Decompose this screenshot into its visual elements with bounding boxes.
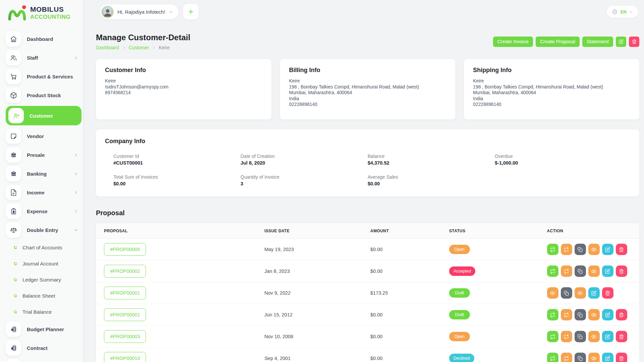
chevron-right-icon bbox=[74, 172, 78, 176]
language-selector[interactable]: EN bbox=[607, 6, 638, 18]
sidebar-item-vendor[interactable]: Vendor bbox=[0, 127, 83, 145]
edit-icon bbox=[605, 334, 610, 339]
trash-icon bbox=[619, 247, 624, 252]
sidebar-subitem-balance-sheet[interactable]: Balance Sheet bbox=[0, 288, 83, 304]
trash-icon bbox=[619, 269, 624, 274]
convert-button[interactable] bbox=[547, 353, 558, 362]
delete-customer-button[interactable] bbox=[629, 37, 639, 47]
sidebar-subitem-ledger-summary[interactable]: Ledger Summary bbox=[0, 272, 83, 288]
proposal-link[interactable]: #PROP00002 bbox=[104, 265, 146, 278]
edit-customer-button[interactable] bbox=[616, 37, 626, 47]
delete-button[interactable] bbox=[616, 309, 627, 320]
sidebar-item-contract[interactable]: Contract bbox=[0, 339, 83, 357]
edit-button[interactable] bbox=[602, 244, 613, 255]
sidebar-item-double-entry[interactable]: Double Entry bbox=[0, 221, 83, 239]
convert-button[interactable] bbox=[547, 265, 558, 277]
sidebar-subitem-trial-balance[interactable]: Trial Balance bbox=[0, 304, 83, 320]
proposal-link[interactable]: #PROP00001 bbox=[104, 287, 146, 299]
edit-button[interactable] bbox=[602, 265, 613, 277]
user-menu[interactable]: Hi, Rajodiya Infotech! bbox=[99, 4, 179, 19]
chevron-right-icon bbox=[74, 190, 78, 195]
view-button[interactable] bbox=[547, 287, 558, 299]
eye-icon bbox=[591, 269, 596, 274]
proposal-link[interactable]: #PROP00003 bbox=[104, 330, 146, 343]
convert-alt-button[interactable] bbox=[561, 331, 572, 342]
issue-date-cell: Nov 9, 2022 bbox=[264, 290, 370, 296]
delete-button[interactable] bbox=[616, 353, 627, 362]
duplicate-button[interactable] bbox=[575, 309, 586, 320]
sidebar-item-product-stock[interactable]: Product Stock bbox=[0, 86, 83, 105]
convert-alt-button[interactable] bbox=[561, 244, 572, 255]
delete-button[interactable] bbox=[616, 331, 627, 342]
proposal-link[interactable]: #PROP00001 bbox=[104, 308, 146, 321]
sidebar-item-expense[interactable]: Expense bbox=[0, 202, 83, 221]
view-button[interactable] bbox=[588, 331, 600, 342]
breadcrumb-dashboard[interactable]: Dashboard bbox=[96, 45, 119, 50]
proposal-table: PROPOSAL ISSUE DATE AMOUNT STATUS ACTION… bbox=[96, 223, 639, 362]
convert-alt-button[interactable] bbox=[561, 309, 572, 320]
sidebar-item-budget-planner[interactable]: Budget Planner bbox=[0, 320, 83, 339]
convert-alt-button[interactable] bbox=[561, 265, 572, 277]
page-content: Manage Customer-Detail Dashboard Custome… bbox=[83, 33, 644, 362]
convert-alt-button[interactable] bbox=[561, 353, 572, 362]
edit-button[interactable] bbox=[602, 331, 613, 342]
coins-icon bbox=[10, 345, 17, 352]
convert-button[interactable] bbox=[547, 331, 558, 342]
breadcrumb: Dashboard Customer Keire bbox=[96, 45, 190, 50]
delete-button[interactable] bbox=[602, 287, 613, 299]
field-balance: Balance $4,370.52 bbox=[368, 154, 495, 166]
convert-button[interactable] bbox=[547, 244, 558, 255]
sidebar-item-customer[interactable]: Customer bbox=[6, 106, 82, 125]
breadcrumb-customer[interactable]: Customer bbox=[129, 45, 149, 50]
column-header-amount: AMOUNT bbox=[370, 229, 449, 233]
create-invoice-button[interactable]: Create Invoice bbox=[493, 37, 533, 47]
edit-button[interactable] bbox=[602, 309, 613, 320]
view-button[interactable] bbox=[588, 244, 600, 255]
sidebar: MOBILUS ACCOUNTING Dashboard Staff Produ… bbox=[0, 0, 83, 362]
billing-country: India bbox=[289, 96, 446, 102]
repeat-icon bbox=[550, 312, 555, 317]
repeat-icon bbox=[564, 247, 569, 252]
trash-icon bbox=[619, 312, 624, 317]
status-badge: Open bbox=[449, 332, 470, 341]
bank-icon bbox=[10, 170, 17, 177]
delete-button[interactable] bbox=[616, 244, 627, 255]
view-button[interactable] bbox=[575, 287, 586, 299]
sidebar-item-dashboard[interactable]: Dashboard bbox=[0, 29, 83, 48]
sidebar-item-partial[interactable] bbox=[0, 357, 83, 362]
globe-icon bbox=[612, 9, 618, 15]
sidebar-subitem-journal-account[interactable]: Journal Account bbox=[0, 255, 83, 272]
scales-icon bbox=[10, 227, 17, 234]
statement-button[interactable]: Statement bbox=[582, 37, 613, 47]
customer-name: Keire bbox=[105, 78, 262, 84]
duplicate-button[interactable] bbox=[575, 265, 586, 277]
edit-button[interactable] bbox=[588, 287, 600, 299]
language-label: EN bbox=[621, 9, 627, 14]
convert-button[interactable] bbox=[547, 309, 558, 320]
view-button[interactable] bbox=[588, 265, 600, 277]
sidebar-item-label: Vendor bbox=[27, 133, 44, 139]
brand-logo[interactable]: MOBILUS ACCOUNTING bbox=[0, 0, 83, 24]
duplicate-button[interactable] bbox=[575, 331, 586, 342]
add-button[interactable] bbox=[183, 4, 199, 19]
breadcrumb-current: Keire bbox=[159, 45, 170, 50]
view-button[interactable] bbox=[588, 353, 600, 362]
create-proposal-button[interactable]: Create Proposal bbox=[536, 37, 580, 47]
delete-button[interactable] bbox=[616, 265, 627, 277]
sidebar-item-product-services[interactable]: Product & Services bbox=[0, 67, 83, 86]
duplicate-button[interactable] bbox=[561, 287, 572, 299]
view-button[interactable] bbox=[588, 309, 600, 320]
table-header: PROPOSAL ISSUE DATE AMOUNT STATUS ACTION bbox=[96, 223, 639, 239]
sidebar-item-staff[interactable]: Staff bbox=[0, 48, 83, 67]
avatar bbox=[101, 6, 114, 18]
proposal-link[interactable]: #PROP00010 bbox=[104, 352, 146, 362]
plus-icon bbox=[187, 8, 194, 15]
sidebar-subitem-chart-of-accounts[interactable]: Chart of Accounts bbox=[0, 239, 83, 255]
sidebar-item-banking[interactable]: Banking bbox=[0, 164, 83, 183]
duplicate-button[interactable] bbox=[575, 353, 586, 362]
proposal-link[interactable]: #PROP00005 bbox=[104, 243, 146, 256]
sidebar-item-presale[interactable]: Presale bbox=[0, 145, 83, 164]
sidebar-item-income[interactable]: Income bbox=[0, 183, 83, 202]
edit-button[interactable] bbox=[602, 353, 613, 362]
duplicate-button[interactable] bbox=[575, 244, 586, 255]
